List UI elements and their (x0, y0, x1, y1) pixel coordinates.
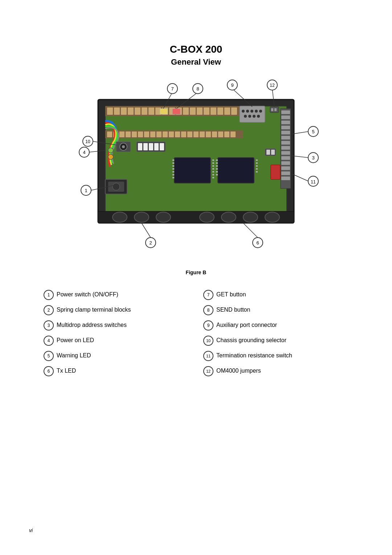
svg-rect-52 (212, 131, 217, 137)
svg-rect-53 (218, 131, 223, 137)
svg-rect-43 (156, 131, 162, 137)
svg-rect-78 (172, 159, 174, 161)
svg-rect-32 (160, 109, 168, 114)
svg-point-27 (259, 110, 262, 113)
legend-item: 11Termination resistance switch (203, 351, 348, 361)
svg-rect-37 (119, 131, 124, 137)
legend-text: Tx LED (57, 366, 76, 375)
svg-text:4: 4 (83, 150, 85, 155)
svg-rect-67 (281, 136, 290, 139)
svg-rect-48 (187, 131, 192, 137)
svg-rect-15 (190, 108, 196, 115)
legend-item: 9Auxiliary port connector (203, 320, 348, 331)
svg-rect-8 (142, 108, 147, 115)
svg-rect-35 (107, 131, 112, 137)
legend-text: Auxiliary port connector (216, 320, 277, 329)
legend-item: 8SEND button (203, 305, 348, 315)
svg-rect-45 (169, 131, 174, 137)
legend-item: 4Power on LED (44, 336, 189, 346)
svg-rect-39 (132, 131, 137, 137)
legend-item: 2Spring clamp terminal blocks (44, 305, 189, 315)
svg-rect-91 (212, 177, 214, 178)
svg-rect-9 (148, 108, 154, 115)
svg-text:11: 11 (311, 179, 316, 185)
legend-num: 11 (203, 351, 213, 361)
svg-point-112 (122, 145, 125, 148)
legend-num: 12 (203, 366, 213, 376)
svg-rect-51 (206, 131, 211, 137)
svg-rect-107 (149, 143, 153, 150)
svg-text:1: 1 (85, 188, 87, 193)
legend-num: 1 (44, 290, 54, 300)
svg-rect-87 (212, 165, 214, 167)
legend-item: 5Warning LED (44, 351, 189, 361)
svg-rect-44 (163, 131, 168, 137)
svg-rect-74 (281, 171, 290, 175)
svg-rect-55 (230, 131, 236, 137)
diagram-container: 7 8 9 12 4 10 (69, 78, 323, 275)
svg-point-26 (255, 110, 258, 113)
legend-text: Power on LED (57, 336, 94, 344)
svg-rect-54 (224, 131, 229, 137)
svg-rect-71 (281, 156, 290, 160)
svg-text:8: 8 (196, 86, 199, 92)
legend-left-column: 1Power switch (ON/OFF)2Spring clamp term… (44, 290, 189, 381)
legend-num: 8 (203, 305, 213, 315)
board-diagram: 7 8 9 12 4 10 (69, 78, 323, 267)
svg-rect-114 (266, 150, 270, 155)
legend-text: Chassis grounding selector (216, 336, 286, 344)
svg-rect-4 (114, 108, 120, 115)
svg-text:3: 3 (312, 155, 314, 161)
svg-rect-94 (216, 162, 218, 164)
svg-rect-115 (271, 150, 275, 155)
page-footer: vi (29, 527, 33, 533)
svg-rect-70 (281, 151, 290, 155)
legend-num: 5 (44, 351, 54, 361)
svg-rect-75 (281, 177, 290, 180)
legend-num: 9 (203, 320, 213, 331)
svg-point-25 (250, 110, 253, 113)
svg-rect-7 (135, 108, 140, 115)
svg-rect-109 (160, 143, 164, 150)
svg-rect-99 (256, 159, 258, 161)
svg-rect-98 (216, 174, 218, 175)
svg-rect-97 (216, 171, 218, 173)
svg-rect-16 (197, 108, 203, 115)
svg-point-118 (134, 212, 149, 222)
svg-rect-80 (172, 165, 174, 167)
svg-rect-88 (212, 168, 214, 170)
svg-point-123 (265, 212, 279, 222)
title-section: C-BOX 200 General View (29, 44, 363, 67)
svg-rect-100 (256, 162, 258, 164)
legend-num: 7 (203, 290, 213, 300)
svg-rect-20 (224, 108, 230, 115)
svg-point-60 (108, 154, 113, 159)
legend-text: Warning LED (57, 351, 91, 360)
legend-text: Spring clamp terminal blocks (57, 305, 131, 314)
svg-rect-6 (128, 108, 134, 115)
svg-rect-66 (281, 131, 290, 134)
svg-rect-64 (281, 121, 290, 124)
svg-rect-14 (183, 108, 189, 115)
figure-label: Figure B (69, 270, 323, 275)
svg-rect-86 (212, 162, 214, 164)
legend-item: 10Chassis grounding selector (203, 336, 348, 346)
svg-rect-33 (172, 109, 180, 114)
svg-rect-83 (172, 174, 174, 175)
svg-rect-3 (107, 108, 113, 115)
svg-rect-102 (256, 168, 258, 170)
svg-rect-84 (172, 177, 174, 178)
svg-rect-5 (121, 108, 127, 115)
svg-point-28 (244, 115, 247, 118)
legend-text: Termination resistance switch (216, 351, 292, 360)
legend-num: 2 (44, 305, 54, 315)
svg-rect-101 (256, 165, 258, 167)
svg-rect-103 (256, 171, 258, 173)
svg-line-157 (142, 223, 151, 238)
svg-point-58 (113, 183, 120, 190)
svg-rect-106 (143, 143, 148, 150)
legend-text: OM4000 jumpers (216, 366, 261, 375)
svg-rect-85 (212, 159, 214, 161)
svg-rect-96 (216, 168, 218, 170)
svg-line-154 (292, 174, 309, 181)
